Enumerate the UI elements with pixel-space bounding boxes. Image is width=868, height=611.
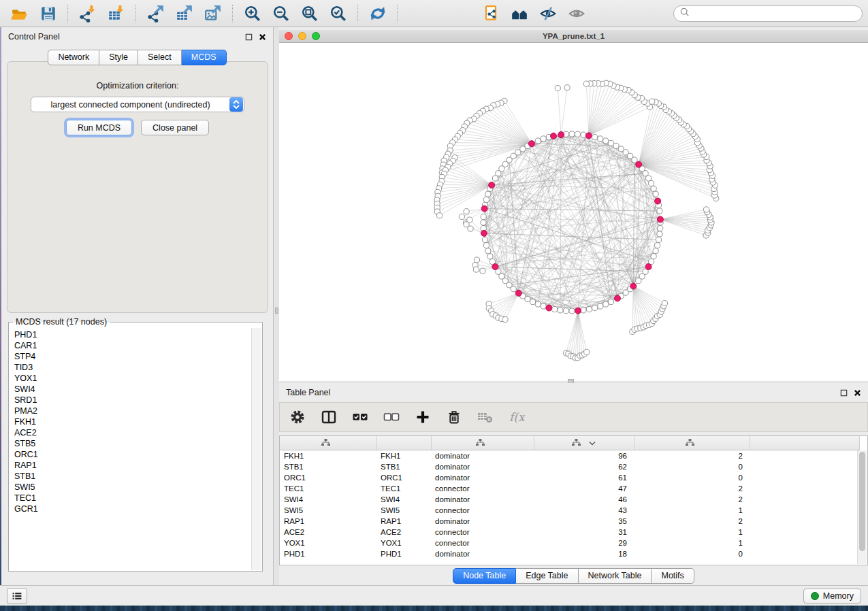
- network-node[interactable]: [645, 176, 651, 181]
- tab-node-table[interactable]: Node Table: [453, 568, 516, 584]
- network-node[interactable]: [654, 243, 660, 248]
- table-row[interactable]: RAP1RAP1dominator352: [280, 516, 860, 527]
- network-node[interactable]: [653, 248, 658, 254]
- network-node[interactable]: [608, 299, 613, 304]
- network-leaf-node[interactable]: [464, 222, 469, 227]
- network-node[interactable]: [643, 171, 648, 176]
- vertical-splitter[interactable]: [274, 27, 279, 585]
- network-leaf-node[interactable]: [662, 301, 667, 306]
- zoom-out-icon[interactable]: [268, 3, 294, 24]
- show-all-icon[interactable]: [564, 3, 590, 24]
- mcds-hub-node[interactable]: [546, 305, 552, 311]
- network-node[interactable]: [552, 306, 558, 312]
- network-node[interactable]: [569, 131, 575, 137]
- mcds-hub-node[interactable]: [636, 161, 642, 167]
- network-node[interactable]: [598, 303, 603, 309]
- add-icon[interactable]: [415, 409, 431, 425]
- table-row[interactable]: TEC1TEC1connector472: [280, 483, 860, 494]
- memory-button[interactable]: Memory: [803, 589, 861, 604]
- mcds-list-scrollbar[interactable]: [251, 328, 261, 570]
- first-neighbors-icon[interactable]: [507, 3, 532, 24]
- network-node[interactable]: [569, 308, 575, 314]
- mcds-hub-node[interactable]: [645, 264, 652, 270]
- gear-icon[interactable]: [289, 409, 306, 425]
- table-scrollbar-thumb[interactable]: [859, 452, 865, 551]
- mcds-hub-node[interactable]: [585, 133, 592, 139]
- network-leaf-node[interactable]: [468, 226, 473, 231]
- zoom-fit-icon[interactable]: [297, 3, 323, 24]
- network-node[interactable]: [656, 237, 661, 242]
- network-leaf-node[interactable]: [649, 99, 655, 104]
- zoom-in-icon[interactable]: [240, 3, 266, 24]
- criterion-dropdown[interactable]: largest connected component (undirected): [31, 97, 244, 112]
- mcds-hub-node[interactable]: [492, 264, 498, 270]
- open-file-icon[interactable]: [7, 3, 33, 24]
- mcds-result-item[interactable]: STB5: [14, 438, 252, 449]
- save-session-icon[interactable]: [35, 3, 61, 24]
- network-node[interactable]: [541, 303, 546, 309]
- network-node[interactable]: [530, 299, 535, 304]
- network-node[interactable]: [592, 134, 598, 139]
- mcds-hub-node[interactable]: [630, 283, 637, 289]
- network-node[interactable]: [483, 243, 489, 248]
- column-header-shared-name[interactable]: [280, 436, 376, 450]
- network-node[interactable]: [563, 308, 568, 314]
- network-node[interactable]: [586, 306, 592, 312]
- table-row[interactable]: FKH1FKH1dominator962: [280, 450, 860, 462]
- mcds-hub-node[interactable]: [575, 308, 581, 314]
- refresh-icon[interactable]: [365, 3, 391, 24]
- mcds-hub-node[interactable]: [489, 182, 495, 188]
- mcds-result-item[interactable]: RAP1: [14, 460, 252, 471]
- network-leaf-node[interactable]: [502, 316, 508, 322]
- network-node[interactable]: [608, 140, 613, 146]
- network-node[interactable]: [657, 231, 662, 237]
- network-node[interactable]: [558, 308, 563, 313]
- zoom-selected-icon[interactable]: [325, 3, 351, 24]
- network-node[interactable]: [485, 191, 491, 197]
- delete-icon[interactable]: [446, 409, 462, 425]
- network-leaf-node[interactable]: [459, 214, 464, 219]
- export-image-icon[interactable]: [200, 3, 226, 24]
- mcds-result-item[interactable]: FKH1: [14, 416, 252, 427]
- mcds-hub-node[interactable]: [614, 295, 620, 301]
- network-node[interactable]: [657, 208, 662, 214]
- network-leaf-node[interactable]: [436, 213, 442, 218]
- columns-icon[interactable]: [321, 409, 337, 425]
- network-node[interactable]: [535, 301, 541, 307]
- import-network-icon[interactable]: [75, 3, 101, 24]
- table-row[interactable]: ORC1ORC1dominator610: [280, 472, 860, 483]
- network-node[interactable]: [603, 138, 609, 144]
- mcds-result-item[interactable]: TID3: [14, 362, 252, 373]
- export-network-icon[interactable]: [143, 3, 169, 24]
- show-panels-menu-button[interactable]: [7, 588, 27, 604]
- network-node[interactable]: [485, 248, 491, 254]
- network-node[interactable]: [541, 136, 546, 142]
- network-leaf-node[interactable]: [464, 209, 469, 214]
- column-header-name[interactable]: [376, 436, 431, 450]
- network-node[interactable]: [581, 308, 586, 313]
- mcds-result-item[interactable]: CAR1: [14, 340, 252, 351]
- network-node[interactable]: [492, 176, 498, 181]
- table-row[interactable]: YOX1YOX1connector291: [280, 538, 860, 548]
- column-header-predecessor-nodes[interactable]: [634, 436, 750, 450]
- network-node[interactable]: [581, 132, 586, 137]
- table-scrollbar[interactable]: [857, 450, 867, 564]
- mcds-hub-node[interactable]: [528, 141, 534, 147]
- network-node[interactable]: [481, 220, 486, 225]
- network-node[interactable]: [651, 254, 656, 259]
- table-row[interactable]: STB1STB1dominator620: [280, 461, 860, 472]
- tab-style[interactable]: Style: [99, 50, 138, 65]
- mcds-hub-node[interactable]: [481, 230, 487, 236]
- network-node[interactable]: [653, 191, 658, 197]
- table-row[interactable]: PHD1PHD1dominator180: [280, 548, 860, 559]
- network-leaf-node[interactable]: [703, 207, 709, 212]
- search-box[interactable]: [673, 5, 863, 22]
- network-node[interactable]: [520, 146, 526, 152]
- tab-network-table[interactable]: Network Table: [579, 568, 652, 584]
- network-node[interactable]: [603, 301, 609, 307]
- network-node[interactable]: [575, 131, 580, 137]
- network-canvas[interactable]: [279, 43, 868, 382]
- network-node[interactable]: [525, 296, 530, 301]
- deselect-all-icon[interactable]: [383, 409, 400, 425]
- network-node[interactable]: [658, 225, 663, 231]
